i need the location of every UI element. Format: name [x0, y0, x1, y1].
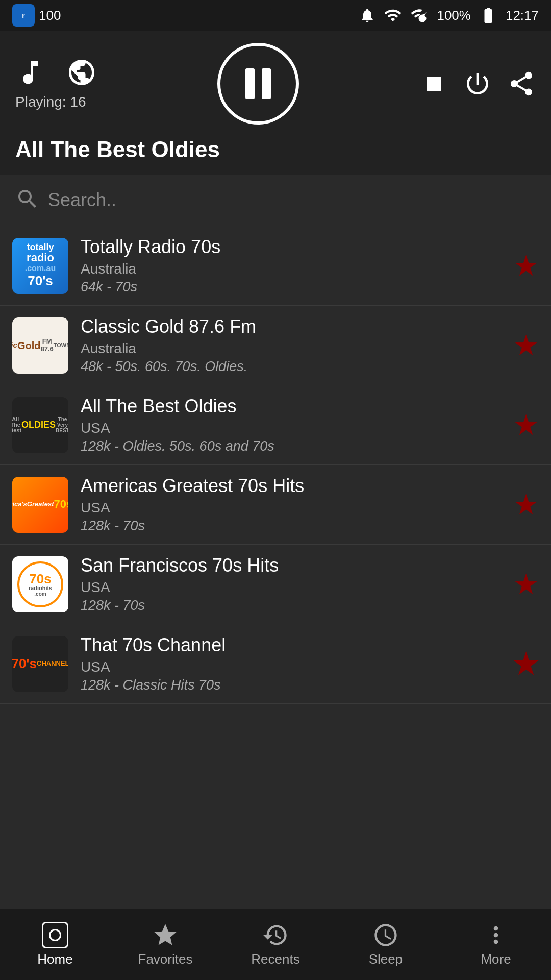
home-icon [42, 922, 68, 948]
svg-text:r: r [22, 12, 25, 20]
station-info: All The Best Oldies USA 128k - Oldies. 5… [81, 396, 505, 454]
station-info: That 70s Channel USA 128k - Classic Hits… [81, 634, 505, 693]
favorite-star[interactable]: ★ [513, 568, 539, 601]
search-icon-wrap [15, 187, 40, 213]
battery-level: 100% [437, 8, 471, 23]
station-meta: 128k - 70s [81, 598, 505, 614]
search-icon [15, 187, 40, 211]
left-controls: Playing: 16 [15, 57, 97, 110]
pause-button[interactable] [217, 43, 299, 125]
nav-recents-label: Recents [251, 951, 299, 967]
station-logo: Classic Gold FM 87.6 TOWNSVILLE [12, 317, 68, 374]
station-title: Totally Radio 70s [81, 236, 505, 258]
nav-favorites[interactable]: Favorites [110, 922, 220, 967]
music-note-icon[interactable] [15, 57, 46, 88]
nav-more-label: More [481, 951, 511, 967]
power-button[interactable] [463, 69, 492, 98]
station-info: Americas Greatest 70s Hits USA 128k - 70… [81, 475, 505, 534]
status-bar: r 100 100% 12:17 [0, 0, 551, 31]
station-meta: 128k - 70s [81, 518, 505, 534]
playing-label: Playing: 16 [15, 94, 86, 110]
station-item[interactable]: America's Greatest 70s Hits Americas Gre… [0, 465, 551, 545]
nav-more[interactable]: More [441, 922, 551, 967]
station-logo: 70's CHANNEL [12, 636, 68, 692]
station-logo: All The Best OLDIES The Very BEST [12, 397, 68, 453]
current-station-name: All The Best Oldies [15, 137, 220, 162]
station-info: San Franciscos 70s Hits USA 128k - 70s [81, 555, 505, 614]
signal-icon [410, 6, 429, 24]
station-country: USA [81, 500, 505, 516]
station-item[interactable]: 70s radiohits .com San Franciscos 70s Hi… [0, 545, 551, 624]
stop-button[interactable] [419, 69, 448, 98]
left-icons [15, 57, 97, 88]
status-time: 12:17 [506, 8, 539, 23]
status-left: r 100 [12, 4, 61, 27]
station-title: All The Best Oldies [81, 396, 505, 417]
bottom-nav: Home Favorites Recents Sleep More [0, 909, 551, 980]
nav-home[interactable]: Home [0, 922, 110, 967]
search-bar [0, 175, 551, 226]
station-logo: America's Greatest 70s Hits [12, 477, 68, 533]
station-country: Australia [81, 340, 505, 357]
station-title: Americas Greatest 70s Hits [81, 475, 505, 497]
station-title: San Franciscos 70s Hits [81, 555, 505, 576]
battery-icon [479, 6, 497, 24]
nav-favorites-label: Favorites [138, 951, 193, 967]
recents-icon [262, 922, 289, 948]
station-title: Classic Gold 87.6 Fm [81, 316, 505, 337]
nav-sleep-label: Sleep [369, 951, 403, 967]
station-item[interactable]: 70's CHANNEL That 70s Channel USA 128k -… [0, 624, 551, 704]
favorite-star[interactable]: ★ [513, 408, 539, 442]
globe-icon[interactable] [66, 57, 97, 88]
app-icon: r [12, 4, 35, 27]
status-right: 100% 12:17 [359, 6, 539, 24]
player-header: Playing: 16 [0, 31, 551, 175]
player-controls-row: Playing: 16 [15, 43, 536, 125]
content-area: Playing: 16 [0, 31, 551, 909]
station-info: Totally Radio 70s Australia 64k - 70s [81, 236, 505, 295]
station-meta: 64k - 70s [81, 279, 505, 295]
favorite-star[interactable]: ★ [513, 249, 539, 282]
right-controls [419, 69, 536, 98]
station-meta: 128k - Oldies. 50s. 60s and 70s [81, 438, 505, 454]
alarm-icon [359, 7, 375, 23]
nav-home-label: Home [37, 951, 72, 967]
station-meta: 128k - Classic Hits 70s [81, 677, 505, 693]
more-icon [483, 922, 509, 948]
station-meta: 48k - 50s. 60s. 70s. Oldies. [81, 359, 505, 375]
station-logo: 70s radiohits .com [12, 556, 68, 612]
search-input[interactable] [48, 189, 536, 211]
sleep-icon [372, 922, 399, 948]
station-logo: totally radio .com.au 70's [12, 238, 68, 294]
station-item[interactable]: All The Best OLDIES The Very BEST All Th… [0, 385, 551, 465]
station-title: That 70s Channel [81, 634, 505, 656]
favorite-star[interactable]: ★ [513, 488, 539, 521]
nav-recents[interactable]: Recents [220, 922, 331, 967]
station-item[interactable]: totally radio .com.au 70's Totally Radio… [0, 226, 551, 306]
favorite-star[interactable]: ★ [513, 329, 539, 362]
station-item[interactable]: Classic Gold FM 87.6 TOWNSVILLE Classic … [0, 306, 551, 385]
status-number: 100 [39, 8, 61, 23]
favorites-icon [152, 922, 179, 948]
share-button[interactable] [507, 69, 536, 98]
station-list: totally radio .com.au 70's Totally Radio… [0, 226, 551, 909]
station-country: USA [81, 659, 505, 675]
favorite-star[interactable]: ★ [513, 647, 539, 680]
wifi-icon [384, 6, 402, 24]
station-country: USA [81, 420, 505, 436]
station-country: USA [81, 579, 505, 596]
pause-icon [245, 68, 271, 99]
nav-sleep[interactable]: Sleep [331, 922, 441, 967]
station-info: Classic Gold 87.6 Fm Australia 48k - 50s… [81, 316, 505, 375]
station-country: Australia [81, 261, 505, 277]
